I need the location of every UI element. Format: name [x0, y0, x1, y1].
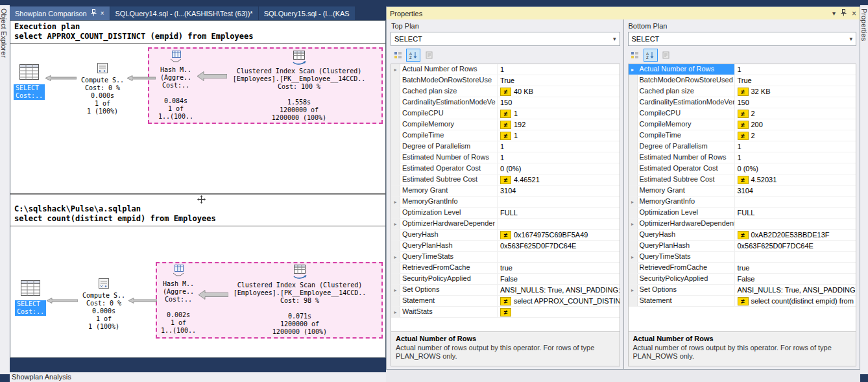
property-value[interactable]: 150 [498, 97, 620, 108]
property-row-statement[interactable]: Statement≠select count(distinct empid) f… [629, 296, 856, 307]
property-value[interactable]: 150 [735, 97, 856, 108]
property-row-queryhash[interactable]: QueryHash≠0x1674975C69BF5A49 [391, 230, 620, 241]
property-row-queryhash[interactable]: QueryHash≠0xAB2D20E53BBDE13F [629, 230, 856, 241]
property-row-securitypolicyapplied[interactable]: SecurityPolicyAppliedFalse [629, 274, 856, 285]
property-row-estimated-operator-cost[interactable]: Estimated Operator Cost0 (0%) [391, 163, 620, 174]
properties-collapsed-tab[interactable]: Properties [860, 5, 868, 374]
property-value[interactable]: 1 [735, 64, 856, 75]
property-row-cached-plan-size[interactable]: Cached plan size≠40 KB [391, 86, 620, 97]
property-row-optimization-level[interactable]: Optimization LevelFULL [391, 208, 620, 219]
alphabetical-sort-button[interactable]: AZ [644, 49, 658, 62]
property-row-cached-plan-size[interactable]: Cached plan size≠32 KB [629, 86, 856, 97]
property-row-queryplanhash[interactable]: QueryPlanHash0x563F625D0F7DC64E [391, 241, 620, 252]
property-value[interactable]: 0x563F625D0F7DC64E [735, 241, 856, 251]
plan-node-select[interactable]: SELECTCost:.. [14, 280, 47, 316]
property-value[interactable]: ≠1 [498, 108, 620, 119]
property-row-cardinalityestimationmodevers[interactable]: CardinalityEstimationModeVers150 [629, 97, 856, 108]
row-flow-arrow[interactable] [128, 298, 157, 304]
property-row-securitypolicyapplied[interactable]: SecurityPolicyAppliedFalse [391, 274, 620, 285]
row-flow-arrow[interactable] [127, 75, 156, 81]
property-value[interactable]: 0 (0%) [498, 163, 620, 174]
property-value[interactable]: ANSI_NULLS: True, ANSI_PADDING: T [735, 285, 856, 295]
property-row-compilememory[interactable]: CompileMemory≠200 [629, 119, 856, 130]
property-value[interactable]: true [498, 263, 620, 273]
property-row-compilecpu[interactable]: CompileCPU≠1 [391, 108, 620, 119]
property-value[interactable] [498, 197, 620, 207]
close-icon[interactable]: × [101, 10, 104, 17]
property-value[interactable]: 1 [498, 141, 620, 152]
property-value[interactable]: ≠2 [735, 108, 856, 119]
property-row-queryplanhash[interactable]: QueryPlanHash0x563F625D0F7DC64E [629, 241, 856, 252]
expand-chevron-icon[interactable]: ▸ [629, 219, 638, 229]
categorized-button[interactable] [628, 49, 642, 62]
property-row-actual-number-of-rows[interactable]: ▸Actual Number of Rows1 [391, 64, 620, 75]
property-row-memorygrantinfo[interactable]: ▸MemoryGrantInfo [391, 197, 620, 208]
property-row-memory-grant[interactable]: Memory Grant3104 [629, 185, 856, 197]
property-row-retrievedfromcache[interactable]: RetrievedFromCachetrue [391, 263, 620, 274]
property-value[interactable]: ANSI_NULLS: True, ANSI_PADDING: [498, 285, 620, 295]
pin-icon[interactable] [91, 9, 97, 18]
property-value[interactable]: 1 [498, 64, 620, 75]
property-value[interactable]: 3104 [735, 185, 856, 196]
property-row-memory-grant[interactable]: Memory Grant3104 [391, 185, 620, 197]
property-row-optimization-level[interactable]: Optimization LevelFULL [629, 208, 856, 219]
property-value[interactable]: ≠select count(distinct empid) from Em [735, 296, 856, 306]
plan-node-select[interactable]: SELECTCost:.. [13, 64, 45, 100]
property-row-cardinalityestimationmodeve[interactable]: CardinalityEstimationModeVe150 [391, 97, 620, 108]
property-row-waitstats[interactable]: ▸WaitStats≠ [391, 307, 620, 318]
expand-chevron-icon[interactable]: ▸ [391, 252, 400, 262]
expand-chevron-icon[interactable]: ▸ [391, 219, 400, 229]
object-explorer-collapsed-tab[interactable]: Object Explorer [0, 5, 10, 374]
property-row-estimated-subtree-cost[interactable]: Estimated Subtree Cost≠4.52031 [629, 174, 856, 185]
property-pages-button[interactable] [659, 49, 673, 62]
plan-node-hash-match[interactable]: Hash M..(Aggre..Cost:..0.002s1 of1..(100… [160, 264, 197, 335]
expand-chevron-icon[interactable]: ▸ [391, 307, 400, 317]
property-value[interactable]: True [735, 75, 856, 86]
property-row-set-options[interactable]: ▸Set OptionsANSI_NULLS: True, ANSI_PADDI… [629, 285, 856, 296]
plan-node-compute-scalar[interactable]: Compute S..Cost: 0 %0.000s1 of1 (100%) [78, 62, 127, 115]
tab-showplan-comparison[interactable]: Showplan Comparison × [10, 6, 110, 20]
property-value[interactable]: ≠40 KB [498, 86, 620, 97]
properties-title-bar[interactable]: Properties ▾ × [387, 7, 860, 19]
property-value[interactable]: ≠select APPROX_COUNT_DISTIN [498, 296, 620, 306]
property-row-statement[interactable]: Statement≠select APPROX_COUNT_DISTIN [391, 296, 620, 307]
property-value[interactable] [735, 197, 856, 207]
expand-chevron-icon[interactable]: ▸ [391, 285, 400, 295]
tab-sqlquery14[interactable]: SQLQuery14.sql - (l...(KASHISH\Test (63)… [110, 6, 258, 20]
property-row-actual-number-of-rows[interactable]: ▸Actual Number of Rows1 [629, 64, 856, 75]
expand-chevron-icon[interactable]: ▸ [629, 252, 638, 262]
property-row-batchmodeonrowstoreuse[interactable]: BatchModeOnRowStoreUseTrue [391, 75, 620, 86]
property-value[interactable]: FULL [498, 208, 620, 218]
property-row-compiletime[interactable]: CompileTime≠1 [391, 130, 620, 141]
property-row-compiletime[interactable]: CompileTime≠2 [629, 130, 856, 141]
property-row-set-options[interactable]: ▸Set OptionsANSI_NULLS: True, ANSI_PADDI… [391, 285, 620, 296]
categorized-button[interactable] [391, 49, 405, 62]
expand-chevron-icon[interactable]: ▸ [629, 285, 638, 295]
property-row-optimizerhardwaredepender[interactable]: ▸OptimizerHardwareDepender [391, 219, 620, 230]
property-value[interactable]: ≠32 KB [735, 86, 856, 97]
property-value[interactable] [498, 252, 620, 262]
property-row-optimizerhardwaredependent[interactable]: ▸OptimizerHardwareDependent [629, 219, 856, 230]
property-value[interactable]: ≠2 [735, 130, 856, 141]
property-value[interactable] [498, 219, 620, 229]
property-row-compilememory[interactable]: CompileMemory≠192 [391, 119, 620, 130]
window-position-icon[interactable]: ▾ [832, 10, 836, 17]
tab-sqlquery15[interactable]: SQLQuery15.sql - (l...(KAS [259, 6, 355, 20]
property-value[interactable]: ≠ [498, 307, 620, 317]
property-row-querytimestats[interactable]: ▸QueryTimeStats [391, 252, 620, 263]
property-value[interactable]: ≠200 [735, 119, 856, 130]
property-value[interactable] [735, 219, 856, 229]
property-row-batchmodeonrowstoreused[interactable]: BatchModeOnRowStoreUsedTrue [629, 75, 856, 86]
property-row-degree-of-parallelism[interactable]: Degree of Parallelism1 [391, 141, 620, 152]
property-value[interactable]: 1 [498, 152, 620, 163]
expand-chevron-icon[interactable]: ▸ [629, 197, 638, 207]
property-value[interactable]: False [735, 274, 856, 284]
property-row-estimated-number-of-rows[interactable]: Estimated Number of Rows1 [391, 152, 620, 163]
property-value[interactable]: 1 [735, 152, 856, 163]
property-row-retrievedfromcache[interactable]: RetrievedFromCachetrue [629, 263, 856, 274]
row-flow-arrow[interactable] [47, 298, 78, 304]
property-value[interactable]: ≠1 [498, 130, 620, 141]
property-value[interactable]: 0 (0%) [735, 163, 856, 174]
property-value[interactable]: 1 [735, 141, 856, 152]
plan-node-hash-match[interactable]: Hash M..(Aggre..Cost:..0.084s1 of1..(100… [157, 50, 195, 121]
